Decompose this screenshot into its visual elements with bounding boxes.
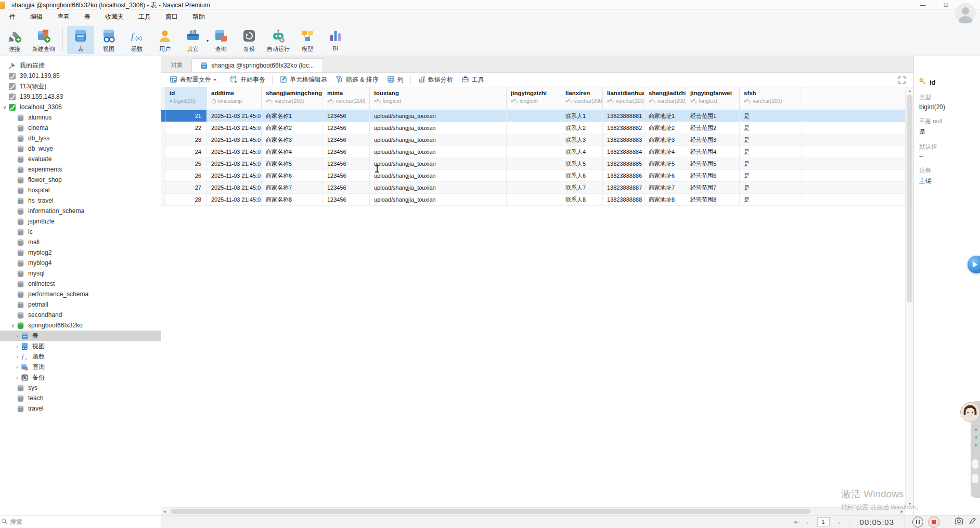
tree-db-mysql[interactable]: mysql <box>0 268 161 279</box>
cell-touxiang-28[interactable]: upload/shangjia_touxian <box>370 194 507 205</box>
cell-lianxiren-22[interactable]: 联系人2 <box>561 122 603 134</box>
tree-db-jspm8izfe[interactable]: jspm8izfe <box>0 216 161 227</box>
cell-shangjiamingcheng-21[interactable]: 商家名称1 <box>262 110 323 122</box>
toolbar-table[interactable]: 表 ▾ <box>67 26 94 54</box>
cell-touxiang-27[interactable]: upload/shangjia_touxian <box>370 182 507 193</box>
cell-lianxidianhua-26[interactable]: 13823888886 <box>603 170 644 181</box>
tree-my-connections[interactable]: 我的连接 <box>0 60 161 71</box>
col-header-jingyingzizhi[interactable]: jingyingzizhiABClongtext <box>507 87 561 110</box>
cell-mima-25[interactable]: 123456 <box>323 158 370 169</box>
cell-jingyingzizhi-28[interactable] <box>507 194 561 205</box>
cell-shangjiadizhi-27[interactable]: 商家地址7 <box>644 182 686 193</box>
tree-conn-39-101-139-85[interactable]: 39.101.139.85 <box>0 71 161 81</box>
cell-mima-22[interactable]: 123456 <box>323 122 370 134</box>
toolbar-connection[interactable]: 连接 ▾ <box>1 26 28 54</box>
tree-db-experiments[interactable]: experiments <box>0 164 161 175</box>
cell-sfsh-26[interactable]: 是 <box>740 170 802 181</box>
cell-jingyingfanwei-24[interactable]: 经营范围4 <box>686 146 740 157</box>
cell-lianxidianhua-24[interactable]: 13823888884 <box>603 146 644 157</box>
camera-icon[interactable] <box>955 517 963 527</box>
cell-touxiang-26[interactable]: upload/shangjia_touxian <box>370 170 507 181</box>
vertical-scrollbar[interactable]: ▴ ▾ <box>905 87 913 507</box>
cell-id-28[interactable]: 28 <box>165 194 207 205</box>
tree-db-mall[interactable]: mall <box>0 237 161 247</box>
cell-lianxiren-24[interactable]: 联系人4 <box>561 146 603 157</box>
table-row-28[interactable]: 282025-11-03 21:45:02商家名称8123456upload/s… <box>161 194 905 206</box>
col-header-lianxiren[interactable]: lianxirenABCvarchar(200) <box>561 87 603 110</box>
btn-columns[interactable]: 列 ▾ <box>383 74 408 86</box>
toolbar-query[interactable]: 查询 ▾ <box>208 26 235 54</box>
cell-sfsh-24[interactable]: 是 <box>740 146 802 157</box>
row-selector[interactable] <box>161 134 165 146</box>
cell-id-26[interactable]: 26 <box>165 170 207 181</box>
fullscreen-toggle-icon[interactable] <box>898 76 906 84</box>
search-input[interactable] <box>10 518 104 525</box>
cell-jingyingzizhi-25[interactable] <box>507 158 561 169</box>
cell-touxiang-22[interactable]: upload/shangjia_touxian <box>370 122 507 134</box>
chevron-icon[interactable]: › <box>14 333 21 339</box>
tree-functions[interactable]: › fx 函数 <box>0 351 161 362</box>
assistant-chip[interactable] <box>972 459 978 469</box>
col-header-lianxidianhua[interactable]: lianxidianhuaABCvarchar(200) <box>603 87 644 110</box>
cell-jingyingzizhi-24[interactable] <box>507 146 561 157</box>
minimize-button[interactable]: — <box>911 0 934 10</box>
cell-sfsh-27[interactable]: 是 <box>740 182 802 193</box>
btn-data-analysis[interactable]: 数据分析 ▾ <box>414 74 457 86</box>
menu-tools[interactable]: 工具 <box>131 10 158 23</box>
tree-db-cinema[interactable]: cinema <box>0 123 161 133</box>
cell-shangjiamingcheng-27[interactable]: 商家名称7 <box>262 182 323 193</box>
cell-addtime-28[interactable]: 2025-11-03 21:45:02 <box>207 194 262 205</box>
cell-shangjiamingcheng-23[interactable]: 商家名称3 <box>262 134 323 146</box>
chevron-icon[interactable]: › <box>14 344 21 349</box>
cell-lianxidianhua-28[interactable]: 13823888888 <box>603 194 644 205</box>
pause-button[interactable] <box>912 517 923 527</box>
table-row-27[interactable]: 272025-11-03 21:45:02商家名称7123456upload/s… <box>161 182 905 194</box>
pencil-icon[interactable] <box>969 517 977 527</box>
tree-db-teach[interactable]: teach <box>0 393 161 403</box>
cell-lianxidianhua-23[interactable]: 13823888883 <box>603 134 644 146</box>
tree-db-lc[interactable]: lc <box>0 227 161 237</box>
row-selector[interactable] <box>161 146 165 157</box>
cell-jingyingfanwei-25[interactable]: 经营范围5 <box>686 158 740 169</box>
cell-shangjiadizhi-21[interactable]: 商家地址1 <box>644 110 686 122</box>
assistant-chip[interactable] <box>972 474 978 483</box>
toolbar-backup[interactable]: 备份 ▾ <box>236 26 263 54</box>
col-header-addtime[interactable]: addtimetimestamp <box>207 87 262 110</box>
chevron-icon[interactable]: › <box>14 364 21 370</box>
row-selector[interactable] <box>161 194 165 205</box>
table-row-25[interactable]: 252025-11-03 21:45:02商家名称5123456upload/s… <box>161 158 905 170</box>
menu-view[interactable]: 查看 <box>50 10 77 23</box>
tab-table-data[interactable]: shangjia @springboot66fx32ko (loc... <box>191 58 323 72</box>
tree-db-sys[interactable]: sys <box>0 382 161 393</box>
tree-db-information-schema[interactable]: information_schema <box>0 206 161 216</box>
maximize-button[interactable]: □ <box>934 0 957 10</box>
cell-shangjiadizhi-28[interactable]: 商家地址8 <box>644 194 686 205</box>
page-number-field[interactable]: 1 <box>817 517 830 526</box>
cell-lianxiren-21[interactable]: 联系人1 <box>561 110 603 122</box>
btn-filter-sort[interactable]: 筛选 & 排序 ▾ <box>331 74 383 86</box>
cell-id-21[interactable]: 21 <box>165 110 207 122</box>
cell-lianxidianhua-25[interactable]: 13823888885 <box>603 158 644 169</box>
cell-shangjiamingcheng-25[interactable]: 商家名称5 <box>262 158 323 169</box>
tree-db-petmall[interactable]: petmall <box>0 299 161 310</box>
cell-lianxiren-26[interactable]: 联系人6 <box>561 170 603 181</box>
cell-addtime-27[interactable]: 2025-11-03 21:45:02 <box>207 182 262 193</box>
tree-db-secondhand[interactable]: secondhand <box>0 310 161 320</box>
tree-db-travel[interactable]: travel <box>0 403 161 414</box>
assistant-avatar[interactable] <box>960 402 980 422</box>
cell-lianxiren-27[interactable]: 联系人7 <box>561 182 603 193</box>
cell-addtime-22[interactable]: 2025-11-03 21:45:02 <box>207 122 262 134</box>
cell-jingyingzizhi-22[interactable] <box>507 122 561 134</box>
tree-conn-localhost-3306[interactable]: ∨ localhost_3306 <box>0 102 161 112</box>
tree-views[interactable]: › 视图 <box>0 341 161 351</box>
menu-table[interactable]: 表 <box>77 10 98 23</box>
cell-lianxidianhua-27[interactable]: 13823888887 <box>603 182 644 193</box>
chevron-icon[interactable]: › <box>14 354 21 360</box>
tree-db-onlinetest[interactable]: onlinetest <box>0 279 161 289</box>
cell-shangjiamingcheng-28[interactable]: 商家名称8 <box>262 194 323 205</box>
row-selector[interactable] <box>161 170 165 181</box>
cell-shangjiadizhi-23[interactable]: 商家地址3 <box>644 134 686 146</box>
menu-file[interactable]: 件 <box>2 10 23 23</box>
cell-addtime-21[interactable]: 2025-11-03 21:45:02 <box>207 110 262 122</box>
tree-db-db-tyss[interactable]: db_tyss <box>0 133 161 143</box>
